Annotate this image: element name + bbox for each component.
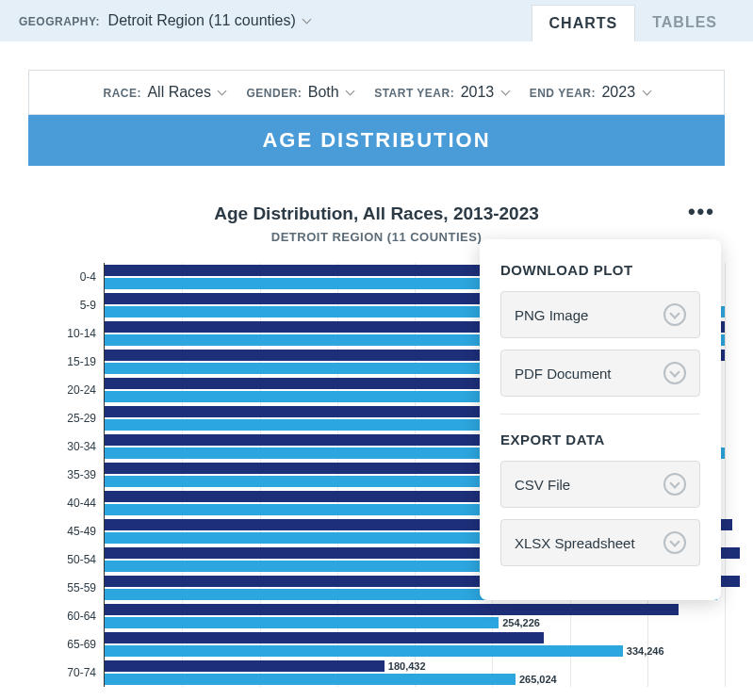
bar-value-label: 265,024: [519, 674, 557, 685]
start-year-filter[interactable]: START YEAR: 2013: [374, 84, 509, 101]
bar-segment: [105, 632, 544, 643]
y-axis-tick: 20-24: [28, 376, 104, 404]
bar-row: 254,226: [105, 602, 725, 630]
export-data-heading: EXPORT DATA: [500, 431, 700, 448]
geography-label: GEOGRAPHY:: [19, 15, 100, 28]
bar-segment: [105, 660, 385, 672]
y-axis-tick: 70-74: [28, 659, 104, 687]
chart-menu-button[interactable]: •••: [688, 200, 715, 224]
bar-segment: [105, 645, 623, 657]
race-filter[interactable]: RACE: All Races: [103, 84, 225, 101]
bar-value-label: 254,226: [502, 617, 540, 628]
y-axis-tick: 55-59: [28, 574, 104, 602]
divider: [500, 414, 700, 415]
bar-row: 180,432265,024: [105, 659, 725, 687]
download-icon: [663, 303, 686, 326]
filter-bar: RACE: All Races GENDER: Both START YEAR:…: [28, 70, 725, 115]
y-axis-labels: 0-45-910-1415-1920-2425-2930-3435-3940-4…: [28, 263, 104, 687]
bar-segment: [105, 604, 679, 615]
bar-segment: [105, 617, 499, 628]
download-pdf-button[interactable]: PDF Document: [500, 350, 700, 397]
chevron-down-icon: [642, 87, 651, 96]
bar-row: 334,246: [105, 630, 725, 659]
y-axis-tick: 40-44: [28, 489, 104, 517]
y-axis-tick: 0-4: [28, 263, 104, 291]
y-axis-tick: 60-64: [28, 602, 104, 630]
tab-charts[interactable]: CHARTS: [532, 5, 636, 41]
chart-container: ••• Age Distribution, All Races, 2013-20…: [28, 166, 725, 687]
download-icon: [663, 362, 686, 384]
y-axis-tick: 35-39: [28, 461, 104, 489]
main-area: RACE: All Races GENDER: Both START YEAR:…: [0, 41, 753, 700]
chevron-down-icon: [218, 87, 227, 96]
download-csv-button[interactable]: CSV File: [500, 461, 700, 508]
export-popup: DOWNLOAD PLOT PNG Image PDF Document EXP…: [480, 239, 721, 600]
end-year-filter[interactable]: END YEAR: 2023: [530, 84, 650, 101]
chevron-down-icon: [500, 87, 510, 96]
geography-selector[interactable]: GEOGRAPHY: Detroit Region (11 counties): [19, 12, 310, 29]
tab-tables[interactable]: TABLES: [635, 5, 734, 41]
bar-segment: [105, 674, 516, 685]
y-axis-tick: 30-34: [28, 432, 104, 461]
gender-filter[interactable]: GENDER: Both: [246, 84, 353, 101]
y-axis-tick: 25-29: [28, 404, 104, 432]
geography-value: Detroit Region (11 counties): [108, 12, 296, 28]
bar-value-label: 180,432: [388, 660, 426, 672]
download-xlsx-button[interactable]: XLSX Spreadsheet: [500, 519, 700, 566]
chevron-down-icon: [346, 87, 355, 96]
chevron-down-icon: [303, 15, 312, 24]
download-icon: [663, 473, 686, 496]
bar-value-label: 334,246: [627, 645, 664, 657]
y-axis-tick: 15-19: [28, 348, 104, 376]
y-axis-tick: 50-54: [28, 545, 104, 574]
section-title: AGE DISTRIBUTION: [28, 115, 725, 166]
y-axis-tick: 45-49: [28, 517, 104, 545]
download-icon: [663, 531, 686, 554]
y-axis-tick: 65-69: [28, 630, 104, 659]
y-axis-tick: 5-9: [28, 291, 104, 319]
top-bar: GEOGRAPHY: Detroit Region (11 counties) …: [0, 0, 753, 41]
y-axis-tick: 10-14: [28, 319, 104, 348]
download-plot-heading: DOWNLOAD PLOT: [500, 262, 700, 278]
download-png-button[interactable]: PNG Image: [500, 291, 700, 338]
view-tabs: CHARTS TABLES: [532, 5, 734, 41]
chart-title: Age Distribution, All Races, 2013-2023: [28, 203, 725, 224]
